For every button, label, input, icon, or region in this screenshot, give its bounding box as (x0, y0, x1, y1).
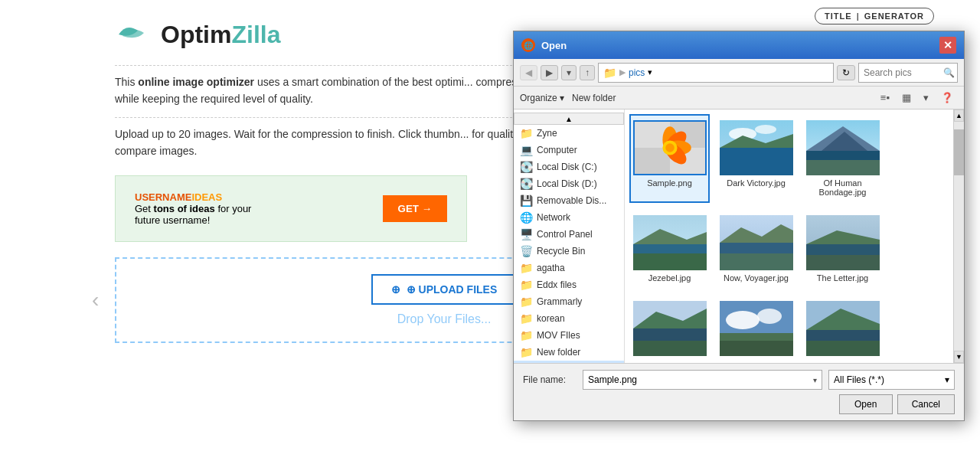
sidebar-scroll-up[interactable]: ▲ (514, 113, 624, 125)
ad-text-area: USERNAMEIDEAS Get tons of ideas for your… (135, 191, 251, 226)
path-folder-icon: 📁 (603, 67, 616, 79)
file-item-the-letter[interactable]: The Letter.jpg (802, 209, 883, 289)
sidebar-item-zyne[interactable]: 📁 Zyne (514, 125, 624, 142)
view-grid-button[interactable]: ▦ (897, 90, 916, 106)
filetype-dropdown[interactable]: ▾ (945, 374, 949, 385)
view-list-button[interactable]: ≡▪ (876, 90, 894, 106)
file-thumb-sample (633, 120, 707, 175)
svg-rect-39 (720, 341, 793, 356)
dialog-title: Open (541, 40, 567, 51)
scroll-down-button[interactable]: ▼ (954, 351, 964, 363)
filetype-select[interactable]: All Files (*.*) ▾ (828, 370, 955, 390)
organize-button[interactable]: Organize ▾ (520, 93, 564, 103)
file-item-of-human-bondage[interactable]: Of Human Bondage.jpg (802, 114, 883, 203)
jezebel-svg (633, 215, 707, 270)
view-dropdown-button[interactable]: ▾ (919, 90, 933, 106)
ad-get-button[interactable]: GET → (383, 195, 447, 222)
dialog-nav-toolbar: ◀ ▶ ▾ ↑ 📁 ▶ pics ▾ ↻ 🔍 (514, 59, 964, 87)
scroll-up-button[interactable]: ▲ (954, 109, 964, 122)
sidebar-label-control-panel: Control Panel (537, 229, 593, 240)
logo-optim: Optim (161, 21, 231, 48)
dialog-app-icon: 🌐 (521, 38, 535, 52)
forward-button[interactable]: ▶ (541, 65, 558, 80)
file-thumb-7 (633, 301, 707, 356)
sidebar-item-eddx[interactable]: 📁 Eddx files (514, 276, 624, 293)
file-item-jezebel[interactable]: Jezebel.jpg (629, 209, 710, 289)
flower-svg (635, 120, 705, 175)
up-button[interactable]: ↑ (580, 65, 595, 80)
cancel-button[interactable]: Cancel (897, 394, 955, 414)
upload-files-button[interactable]: ⊕ ⊕ UPLOAD FILES (371, 274, 518, 305)
sidebar-item-control-panel[interactable]: 🖥️ Control Panel (514, 226, 624, 243)
svg-rect-18 (806, 160, 880, 175)
sidebar-item-pics[interactable]: 📁 pics (514, 361, 624, 363)
dropdown-button[interactable]: ▾ (561, 65, 577, 80)
search-icon: 🔍 (943, 67, 955, 78)
toolbar-right: ≡▪ ▦ ▾ ❓ (876, 90, 958, 106)
scroll-thumb (954, 129, 964, 175)
sidebar-item-computer[interactable]: 💻 Computer (514, 142, 624, 158)
file9-svg (806, 301, 880, 356)
back-button[interactable]: ◀ (520, 65, 537, 80)
new-folder-button[interactable]: New folder (572, 93, 616, 103)
sidebar-item-network[interactable]: 🌐 Network (514, 209, 624, 226)
filename-row: File name: Sample.png ▾ All Files (*.*) … (523, 370, 955, 390)
search-bar[interactable]: 🔍 (858, 63, 958, 83)
dialog-close-button[interactable]: ✕ (939, 37, 956, 54)
sidebar-item-local-disk-d[interactable]: 💽 Local Disk (D:) (514, 175, 624, 192)
badge-separator: | (857, 11, 860, 21)
svg-point-8 (665, 143, 675, 152)
dialog-sidebar: ▲ 📁 Zyne 💻 Computer 💽 Local Disk (C:) 💽 … (514, 109, 625, 363)
sidebar-label-agatha: agatha (537, 263, 565, 273)
filetype-value: All Files (*.*) (834, 374, 884, 385)
sidebar-label-zyne: Zyne (537, 128, 557, 139)
sidebar-item-grammarly[interactable]: 📁 Grammarly (514, 293, 624, 310)
sidebar-item-local-disk-c[interactable]: 💽 Local Disk (C:) (514, 158, 624, 175)
mountain1-svg (806, 120, 880, 175)
file-item-9[interactable] (802, 295, 883, 363)
sidebar-item-agatha[interactable]: 📁 agatha (514, 260, 624, 276)
file7-svg (633, 301, 707, 356)
file-name-bondage: Of Human Bondage.jpg (807, 178, 878, 197)
file-thumb-voyager (720, 215, 793, 270)
dialog-title-area: 🌐 Open (521, 38, 567, 52)
sidebar-item-korean[interactable]: 📁 korean (514, 310, 624, 327)
scroll-track[interactable] (954, 122, 964, 351)
file-item-now-voyager[interactable]: Now, Voyager.jpg (716, 209, 796, 289)
filename-dropdown[interactable]: ▾ (813, 376, 817, 384)
filename-value: Sample.png (588, 374, 637, 385)
sidebar-item-recycle-bin[interactable]: 🗑️ Recycle Bin (514, 243, 624, 260)
file-item-8[interactable] (716, 295, 796, 363)
refresh-button[interactable]: ↻ (837, 65, 855, 80)
dialog-scrollbar: ▲ ▼ (953, 109, 964, 363)
help-button[interactable]: ❓ (936, 90, 958, 106)
svg-rect-12 (720, 148, 793, 175)
svg-point-37 (757, 309, 782, 324)
generator-label: GENERATOR (864, 11, 924, 21)
prev-arrow[interactable]: ‹ (92, 288, 99, 312)
open-button[interactable]: Open (839, 394, 893, 414)
svg-rect-43 (806, 341, 880, 356)
path-dropdown-arrow[interactable]: ▾ (648, 67, 652, 77)
sidebar-item-mov[interactable]: 📁 MOV FIles (514, 327, 624, 344)
folder-icon-eddx: 📁 (520, 279, 533, 291)
sidebar-label-computer: Computer (537, 145, 577, 155)
svg-rect-22 (633, 253, 707, 270)
filename-label: File name: (523, 374, 577, 385)
filename-input-container[interactable]: Sample.png ▾ (583, 370, 822, 390)
path-bar[interactable]: 📁 ▶ pics ▾ (598, 63, 834, 83)
sidebar-item-new-folder[interactable]: 📁 New folder (514, 344, 624, 361)
title-generator-badge[interactable]: TITLE | GENERATOR (815, 8, 934, 25)
logo-text: OptimZilla (161, 21, 280, 49)
file-item-sample-png[interactable]: Sample.png (629, 114, 710, 203)
ad-desc: Get tons of ideas for yourfuture usernam… (135, 203, 251, 226)
sidebar-item-removable[interactable]: 💾 Removable Dis... (514, 192, 624, 209)
file-thumb-letter (806, 215, 880, 270)
search-input[interactable] (864, 67, 940, 78)
control-panel-icon: 🖥️ (520, 228, 533, 240)
file-item-dark-victory[interactable]: Dark Victory.jpg (716, 114, 796, 203)
file-item-7[interactable] (629, 295, 710, 363)
network-icon: 🌐 (520, 211, 533, 224)
file-thumb-8 (720, 301, 793, 356)
svg-rect-30 (806, 255, 880, 270)
